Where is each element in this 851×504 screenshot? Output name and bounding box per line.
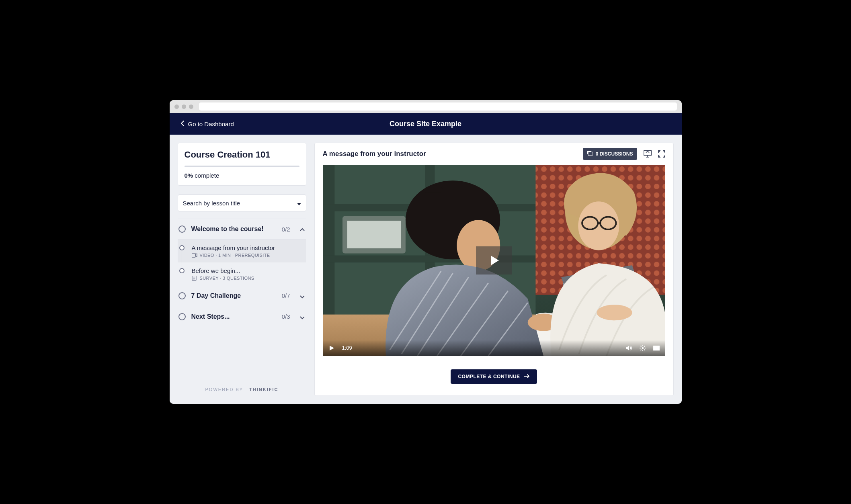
brand-name: THINKIFIC [249, 387, 278, 392]
powered-label: POWERED BY [205, 387, 243, 392]
zoom-dot[interactable] [189, 104, 193, 109]
video-time: 1:09 [342, 345, 352, 351]
lesson-status-icon [179, 245, 185, 250]
complete-continue-button[interactable]: COMPLETE & CONTINUE [451, 369, 537, 384]
lesson-name: Before we begin... [192, 267, 305, 274]
lesson-text: Before we begin... SURVEY · 3 QUESTIONS [190, 267, 305, 281]
chevron-down-icon [300, 293, 305, 298]
chapter-row-welcome[interactable]: Welcome to the course! 0/2 [178, 219, 306, 240]
chevron-up-icon [300, 227, 305, 232]
svg-line-43 [644, 346, 645, 346]
lesson-search-dropdown[interactable]: Search by lesson title [178, 195, 306, 211]
svg-line-41 [640, 346, 641, 346]
lesson-meta: SURVEY · 3 QUESTIONS [192, 276, 305, 281]
lesson-item-before-we-begin[interactable]: Before we begin... SURVEY · 3 QUESTIONS [178, 262, 306, 285]
progress-percent: 0% [185, 172, 193, 179]
back-label: Go to Dashboard [188, 121, 234, 127]
svg-point-36 [642, 347, 643, 348]
chevron-down-icon [300, 314, 305, 319]
chat-icon [587, 151, 593, 158]
chapter-title: Welcome to the course! [191, 225, 276, 233]
complete-label: COMPLETE & CONTINUE [458, 374, 520, 379]
lesson-header: A message from your instructor 0 DISCUSS… [315, 143, 673, 165]
search-wrap: Search by lesson title [178, 195, 306, 211]
window-controls [174, 104, 193, 109]
lesson-actions: 0 DISCUSSIONS [583, 148, 665, 160]
chapter-title: Next Steps... [191, 313, 276, 320]
site-title: Course Site Example [390, 120, 461, 128]
progress-text: 0% complete [185, 172, 299, 179]
play-button[interactable] [476, 246, 512, 275]
chapter-count: 0/2 [282, 226, 290, 233]
lesson-status-icon [179, 268, 185, 273]
progress-circle-icon [178, 225, 186, 233]
lesson-text: A message from your instructor VIDEO · 1… [190, 244, 305, 258]
search-placeholder: Search by lesson title [183, 200, 240, 207]
video-container: 1:09 [315, 165, 673, 356]
url-bar[interactable] [199, 102, 677, 111]
course-title: Course Creation 101 [185, 150, 299, 160]
browser-titlebar [170, 100, 682, 113]
chapter-list: Welcome to the course! 0/2 A message fro… [178, 215, 306, 327]
video-controls: 1:09 [323, 340, 665, 356]
video-fullscreen-button[interactable] [653, 345, 660, 351]
browser-window: Go to Dashboard Course Site Example Cour… [170, 100, 682, 404]
svg-rect-12 [323, 165, 334, 322]
svg-rect-17 [347, 221, 400, 248]
svg-line-44 [640, 349, 641, 350]
progress-word: complete [195, 172, 219, 179]
svg-rect-6 [588, 152, 593, 156]
discussions-label: 0 DISCUSSIONS [596, 151, 633, 157]
settings-button[interactable] [640, 345, 646, 351]
course-summary-card: Course Creation 101 0% complete [178, 143, 306, 186]
back-to-dashboard-link[interactable]: Go to Dashboard [181, 121, 234, 127]
lesson-meta: VIDEO · 1 MIN · PREREQUISITE [192, 253, 305, 258]
course-sidebar: Course Creation 101 0% complete Search b… [178, 143, 306, 396]
minimize-dot[interactable] [182, 104, 186, 109]
svg-point-31 [578, 201, 619, 250]
fullscreen-button[interactable] [658, 150, 665, 158]
chapter-count: 0/7 [282, 292, 290, 299]
lesson-name: A message from your instructor [192, 244, 305, 251]
toggle-sidebar-button[interactable] [644, 150, 652, 158]
arrow-right-icon [524, 374, 530, 379]
svg-line-42 [644, 349, 645, 350]
chapter-row-next-steps[interactable]: Next Steps... 0/3 [178, 306, 306, 327]
close-dot[interactable] [174, 104, 179, 109]
content-area: Course Creation 101 0% complete Search b… [170, 135, 682, 404]
video-icon [192, 253, 197, 258]
discussions-button[interactable]: 0 DISCUSSIONS [583, 148, 637, 160]
chevron-left-icon [181, 121, 184, 127]
powered-by-footer: POWERED BY THINKIFIC [178, 375, 306, 396]
svg-point-35 [597, 305, 632, 320]
video-player[interactable]: 1:09 [323, 165, 665, 356]
top-nav: Go to Dashboard Course Site Example [170, 113, 682, 135]
play-small-button[interactable] [328, 345, 335, 351]
lesson-title: A message from your instructor [323, 150, 426, 158]
lesson-footer: COMPLETE & CONTINUE [315, 362, 673, 391]
volume-button[interactable] [626, 345, 632, 351]
chapter-count: 0/3 [282, 313, 290, 320]
svg-rect-0 [192, 253, 195, 257]
lesson-list-ch1: A message from your instructor VIDEO · 1… [178, 240, 306, 285]
caret-down-icon [297, 200, 301, 207]
survey-icon [192, 276, 197, 281]
lesson-meta-text: VIDEO · 1 MIN · PREREQUISITE [200, 253, 270, 258]
chapter-title: 7 Day Challenge [191, 292, 276, 299]
progress-bar [185, 166, 299, 167]
lesson-main: A message from your instructor 0 DISCUSS… [314, 143, 674, 396]
progress-circle-icon [178, 292, 186, 299]
chapter-row-7day[interactable]: 7 Day Challenge 0/7 [178, 285, 306, 306]
lesson-meta-text: SURVEY · 3 QUESTIONS [200, 276, 254, 281]
progress-circle-icon [178, 313, 186, 320]
lesson-item-instructor-message[interactable]: A message from your instructor VIDEO · 1… [178, 240, 306, 262]
svg-rect-46 [655, 347, 658, 349]
